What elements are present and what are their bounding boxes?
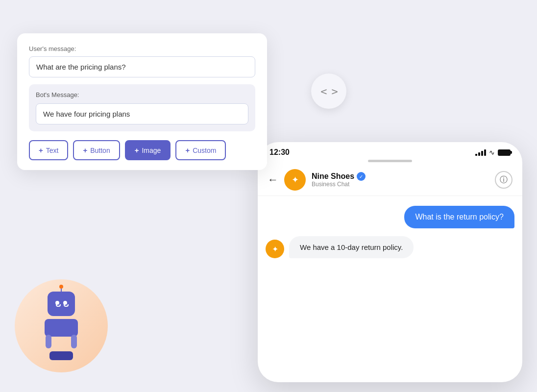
- chat-name: Nine Shoes: [312, 172, 354, 181]
- add-text-label: Text: [46, 147, 59, 154]
- user-message-input[interactable]: [29, 56, 255, 77]
- chat-messages: What is the return policy? ✦ We have a 1…: [258, 196, 522, 268]
- bot-message-input[interactable]: [36, 103, 248, 124]
- info-button[interactable]: ⓘ: [495, 171, 513, 189]
- signal-bar-1: [475, 154, 477, 156]
- robot-circle: [15, 279, 108, 372]
- chat-avatar: ✦: [284, 169, 306, 191]
- user-message-section: User's message:: [29, 45, 255, 77]
- back-arrow-icon[interactable]: ←: [268, 173, 278, 186]
- message-bot: ✦ We have a 10-day return policy.: [266, 236, 514, 258]
- code-icon: < >: [320, 85, 337, 98]
- plus-icon: +: [185, 146, 190, 154]
- status-bar: 12:30 ∿: [258, 142, 522, 160]
- phone-mockup: 12:30 ∿ ← ✦ Ni: [258, 142, 522, 382]
- robot-antenna: [59, 285, 63, 289]
- message-bubble-user: What is the return policy?: [404, 206, 514, 228]
- add-button-label: Button: [90, 147, 110, 154]
- plus-icon: +: [135, 146, 139, 154]
- chat-info: Nine Shoes ✓ Business Chat: [312, 172, 495, 188]
- message-user: What is the return policy?: [266, 206, 514, 228]
- bot-message-section: Bot's Message:: [29, 84, 255, 131]
- info-icon: ⓘ: [500, 175, 508, 185]
- chat-subtitle: Business Chat: [312, 181, 495, 188]
- add-text-button[interactable]: + Text: [29, 140, 68, 160]
- wifi-icon: ∿: [489, 148, 495, 156]
- robot-head: [48, 292, 75, 316]
- robot-eye-right: [63, 301, 67, 305]
- status-icons: ∿: [475, 148, 511, 156]
- status-time: 12:30: [269, 148, 290, 157]
- message-bubble-bot: We have a 10-day return policy.: [289, 236, 414, 258]
- add-button-button[interactable]: + Button: [73, 140, 120, 160]
- signal-bar-2: [478, 152, 480, 156]
- chat-name-row: Nine Shoes ✓: [312, 172, 495, 181]
- phone-notch: [258, 160, 522, 162]
- code-icon-circle[interactable]: < >: [311, 74, 346, 109]
- robot-arm-right: [71, 335, 77, 348]
- battery-icon: [498, 149, 511, 156]
- robot-arms: [46, 335, 77, 348]
- verified-badge: ✓: [357, 172, 366, 181]
- signal-bar-4: [484, 149, 486, 156]
- user-message-text: What is the return policy?: [415, 213, 504, 221]
- notch-pill: [368, 160, 412, 162]
- phone-body: 12:30 ∿ ← ✦ Ni: [258, 142, 522, 382]
- robot-arm-left: [46, 335, 51, 348]
- robot-eye-left: [55, 301, 59, 305]
- add-buttons-row: + Text + Button + Image + Custom: [29, 140, 255, 160]
- robot-base: [49, 351, 73, 360]
- avatar-icon: ✦: [292, 174, 299, 185]
- bot-message-text: We have a 10-day return policy.: [300, 243, 403, 251]
- user-message-label: User's message:: [29, 45, 255, 52]
- plus-icon: +: [39, 146, 43, 154]
- verified-check: ✓: [359, 174, 363, 179]
- bot-message-label: Bot's Message:: [36, 91, 248, 98]
- robot-torso: [45, 319, 78, 337]
- robot-body: [45, 292, 78, 360]
- plus-icon: +: [83, 146, 87, 154]
- bot-avatar: ✦: [266, 240, 284, 258]
- add-custom-button[interactable]: + Custom: [175, 140, 226, 160]
- add-image-button[interactable]: + Image: [125, 140, 171, 160]
- add-image-label: Image: [142, 147, 161, 154]
- add-custom-label: Custom: [193, 147, 216, 154]
- chat-header: ← ✦ Nine Shoes ✓ Business Chat ⓘ: [258, 164, 522, 196]
- builder-card: User's message: Bot's Message: + Text + …: [17, 33, 267, 170]
- signal-bar-3: [481, 151, 483, 156]
- signal-bars-icon: [475, 149, 486, 156]
- bot-avatar-icon: ✦: [272, 245, 278, 254]
